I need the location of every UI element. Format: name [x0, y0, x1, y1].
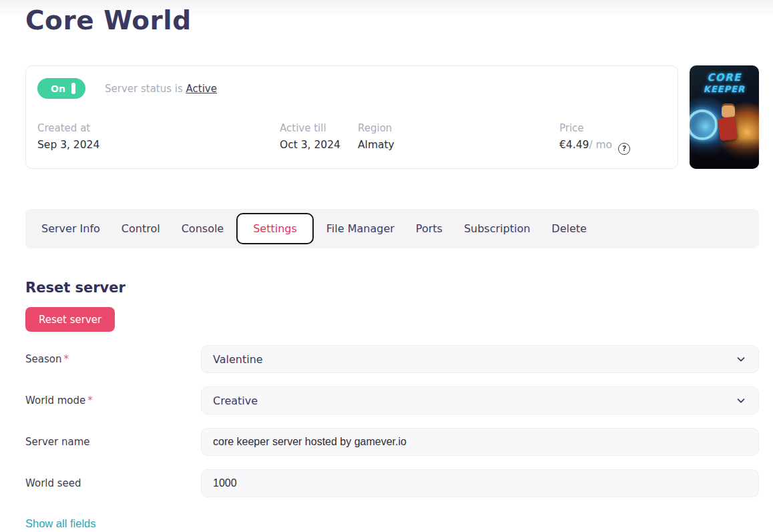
season-select[interactable]: Valentine: [201, 345, 759, 373]
page-title: Core World: [25, 0, 759, 37]
detail-label: Region: [358, 122, 559, 134]
tab-delete[interactable]: Delete: [551, 222, 587, 235]
tab-settings[interactable]: Settings: [236, 213, 314, 244]
season-label: Season*: [25, 353, 201, 365]
server-tabs: Server Info Control Console Settings Fil…: [25, 209, 759, 248]
form-row-season: Season* Valentine: [25, 345, 759, 373]
status-text-prefix: Server status is: [105, 83, 186, 95]
reset-section-heading: Reset server: [25, 280, 759, 296]
world-seed-input[interactable]: [213, 477, 747, 489]
form-row-world-seed: World seed: [25, 469, 759, 497]
tab-control[interactable]: Control: [121, 222, 160, 235]
detail-value: Oct 3, 2024: [280, 139, 358, 151]
season-select-value: Valentine: [213, 353, 735, 366]
server-overview-row: On Server status is Active Created at Se…: [25, 65, 759, 169]
cover-rocks: [690, 138, 759, 169]
detail-value: €4.49/ mo?: [559, 139, 666, 155]
price-info-icon[interactable]: ?: [618, 143, 630, 155]
detail-region: Region Almaty: [358, 122, 559, 155]
status-line: On Server status is Active: [37, 78, 666, 99]
tab-console[interactable]: Console: [182, 222, 224, 235]
form-row-world-mode: World mode* Creative: [25, 386, 759, 415]
detail-label: Price: [559, 122, 666, 134]
server-name-input[interactable]: [213, 436, 747, 448]
tab-file-manager[interactable]: File Manager: [326, 222, 395, 235]
tab-subscription[interactable]: Subscription: [464, 222, 530, 235]
detail-label: Active till: [280, 122, 358, 134]
season-label-text: Season: [25, 353, 61, 365]
price-period: / mo: [589, 139, 612, 151]
server-power-toggle[interactable]: On: [37, 78, 85, 99]
detail-active-till: Active till Oct 3, 2024: [280, 122, 358, 155]
server-name-label: Server name: [25, 436, 201, 448]
required-asterisk: *: [87, 394, 93, 407]
show-all-fields-link[interactable]: Show all fields: [25, 517, 95, 530]
chevron-down-icon: [735, 353, 747, 365]
server-settings-page: Core World On Server status is Active Cr…: [0, 0, 773, 530]
cover-title-line2: Keeper: [690, 83, 759, 95]
cover-character-body: [718, 117, 738, 142]
detail-label: Created at: [37, 122, 280, 134]
detail-value: Sep 3, 2024: [37, 139, 280, 151]
server-name-field: [201, 428, 759, 456]
reset-server-button[interactable]: Reset server: [25, 307, 115, 332]
toggle-on-label: On: [45, 83, 71, 94]
cover-title-line1: Core: [690, 72, 759, 83]
world-mode-select-value: Creative: [213, 394, 735, 407]
game-cover-image: Core Keeper: [690, 65, 759, 169]
cover-character: [722, 105, 735, 117]
required-asterisk: *: [63, 353, 69, 365]
tab-server-info[interactable]: Server Info: [41, 222, 100, 235]
world-mode-select[interactable]: Creative: [201, 386, 759, 415]
settings-form: Season* Valentine World mode* Creative S…: [25, 345, 759, 530]
game-cover-title: Core Keeper: [690, 72, 759, 95]
tab-ports[interactable]: Ports: [416, 222, 443, 235]
detail-value: Almaty: [358, 139, 559, 151]
toggle-knob-icon: [71, 83, 75, 94]
world-mode-label: World mode*: [25, 394, 201, 407]
status-active-link[interactable]: Active: [186, 83, 217, 95]
world-mode-label-text: World mode: [25, 394, 85, 407]
server-details-row: Created at Sep 3, 2024 Active till Oct 3…: [37, 122, 666, 155]
form-row-server-name: Server name: [25, 428, 759, 456]
detail-created-at: Created at Sep 3, 2024: [37, 122, 280, 155]
server-status-card: On Server status is Active Created at Se…: [25, 65, 678, 169]
price-amount: €4.49: [559, 139, 589, 151]
server-status-text: Server status is Active: [105, 83, 217, 95]
world-seed-field: [201, 469, 759, 497]
chevron-down-icon: [735, 394, 747, 407]
world-seed-label: World seed: [25, 477, 201, 489]
detail-price: Price €4.49/ mo?: [559, 122, 666, 155]
